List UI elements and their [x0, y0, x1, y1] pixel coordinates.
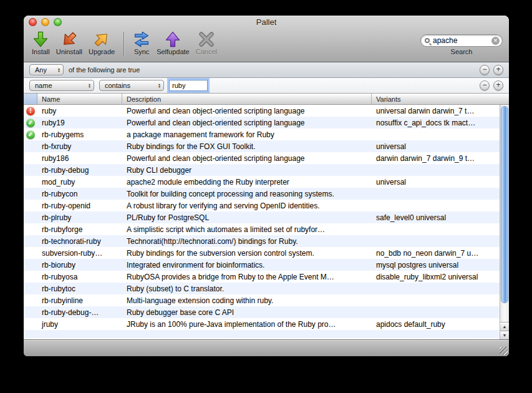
- port-description: Ruby bindings for the subversion version…: [122, 249, 372, 258]
- rule-field-popup[interactable]: name ▲▼: [29, 80, 94, 91]
- table-row[interactable]: rb-rubyforge A simplistic script which a…: [24, 223, 500, 235]
- port-description: JRuby is an 100% pure-Java implementatio…: [122, 320, 372, 329]
- description-column-header[interactable]: Description: [122, 94, 372, 104]
- green-down-arrow-icon: [32, 30, 49, 49]
- table-row[interactable]: rb-ruby-openid A robust library for veri…: [24, 200, 500, 211]
- search-value: apache: [433, 36, 491, 45]
- popup-arrows-icon: ▲▼: [57, 67, 60, 72]
- port-description: Integrated environment for bioinformatic…: [122, 261, 372, 269]
- port-name: rb-fxruby: [37, 142, 122, 151]
- port-name: jruby: [37, 320, 122, 329]
- toolbar: Install Uninstall Upgrade: [24, 29, 509, 62]
- table-row[interactable]: ✓ ruby19 Powerful and clean object-orien…: [24, 117, 500, 129]
- port-description: Powerful and clean object-oriented scrip…: [122, 154, 372, 163]
- table-row[interactable]: mod_ruby apache2 module embedding the Ru…: [24, 176, 500, 188]
- port-name: rb-bioruby: [37, 261, 122, 269]
- gray-x-icon: [198, 30, 215, 49]
- selfupdate-button[interactable]: Selfupdate: [153, 30, 193, 56]
- port-variants: apidocs default_ruby: [372, 320, 500, 329]
- port-name: rb-rubyforge: [37, 225, 122, 234]
- port-name: rb-rubycon: [37, 190, 122, 198]
- table-row[interactable]: subversion-ruby… Ruby bindings for the s…: [24, 247, 500, 259]
- resize-grip-icon[interactable]: [500, 347, 508, 355]
- status-column-header[interactable]: [24, 94, 37, 104]
- port-variants: universal: [372, 178, 500, 187]
- filter-rule-bar: name ▲▼ contains ▲▼ − +: [24, 78, 509, 94]
- status-icon: ✓: [26, 119, 35, 127]
- status-icon: ✓: [26, 130, 35, 139]
- port-description: RubyOSA provides a bridge from Ruby to t…: [122, 273, 372, 281]
- install-label: Install: [32, 48, 50, 56]
- port-description: PL/Ruby for PostgreSQL: [122, 213, 372, 222]
- port-variants: universal darwin darwin_7 t…: [372, 107, 500, 115]
- table-row[interactable]: rb-technorati-ruby Technorati(http://tec…: [24, 235, 500, 247]
- uninstall-button[interactable]: Uninstall: [53, 30, 85, 56]
- table-row[interactable]: rb-plruby PL/Ruby for PostgreSQL safe_le…: [24, 211, 500, 223]
- scrollbar-thumb[interactable]: [501, 106, 508, 303]
- cancel-button[interactable]: Cancel: [193, 30, 220, 56]
- install-button[interactable]: Install: [29, 30, 53, 56]
- port-variants: safe_level0 universal: [372, 213, 500, 222]
- remove-match-rule-button[interactable]: −: [480, 65, 490, 75]
- close-button[interactable]: [29, 18, 37, 26]
- port-description: Powerful and clean object-oriented scrip…: [122, 107, 372, 115]
- search-input[interactable]: apache ✕: [420, 34, 503, 47]
- port-description: Ruby bindings for the FOX GUI Toolkit.: [122, 142, 372, 151]
- port-description: Toolkit for building concept processing …: [122, 190, 372, 198]
- table-row[interactable]: ruby186 Powerful and clean object-orient…: [24, 152, 500, 164]
- filter-match-bar: Any ▲▼ of the following are true − +: [24, 62, 509, 78]
- match-popup[interactable]: Any ▲▼: [29, 64, 64, 75]
- status-icon: !: [26, 107, 35, 115]
- vertical-scrollbar[interactable]: ▲ ▼: [500, 105, 509, 339]
- port-description: A robust library for verifying and servi…: [122, 201, 372, 210]
- window-title: Pallet: [24, 16, 509, 29]
- port-variants: darwin darwin_7 darwin_9 t…: [372, 154, 500, 163]
- add-rule-button[interactable]: +: [493, 80, 503, 90]
- table-row[interactable]: rb-rubyinline Multi-language extension c…: [24, 294, 500, 306]
- name-column-header[interactable]: Name: [37, 94, 122, 104]
- popup-arrows-icon: ▲▼: [158, 83, 161, 88]
- minimize-button[interactable]: [41, 18, 49, 26]
- port-description: Ruby CLI debugger: [122, 166, 372, 175]
- table-row[interactable]: rb-ruby-debug-… Ruby debugger base core …: [24, 306, 500, 318]
- clear-search-icon[interactable]: ✕: [491, 37, 500, 45]
- rule-field-value: name: [35, 82, 83, 89]
- table-row[interactable]: ✓ rb-rubygems a package management frame…: [24, 129, 500, 140]
- desktop-background: Pallet Install Uninstall: [0, 0, 532, 393]
- rule-operator-value: contains: [105, 82, 153, 89]
- port-name: rb-ruby-debug-…: [37, 308, 122, 317]
- add-match-rule-button[interactable]: +: [493, 65, 503, 75]
- title-bar[interactable]: Pallet: [24, 16, 509, 29]
- uninstall-label: Uninstall: [56, 48, 82, 56]
- zoom-button[interactable]: [54, 18, 62, 26]
- rule-value-input[interactable]: [169, 80, 208, 91]
- table-header: Name Description Variants: [24, 94, 509, 105]
- scroll-down-button[interactable]: ▼: [500, 331, 509, 339]
- remove-rule-button[interactable]: −: [480, 80, 490, 90]
- port-name: rb-plruby: [37, 213, 122, 222]
- port-variants: disable_ruby_libxml2 universal: [372, 273, 500, 281]
- upgrade-label: Upgrade: [89, 48, 115, 56]
- port-name: rb-rubyosa: [37, 273, 122, 281]
- port-description: apache2 module embedding the Ruby interp…: [122, 178, 372, 187]
- scroll-up-button[interactable]: ▲: [500, 322, 509, 331]
- variants-column-header[interactable]: Variants: [372, 94, 509, 104]
- table-row[interactable]: [24, 330, 500, 338]
- table-row[interactable]: rb-rubytoc Ruby (subset) to C translator…: [24, 283, 500, 294]
- port-description: a package management framework for Ruby: [122, 130, 372, 139]
- port-name: ruby: [37, 107, 122, 115]
- table-row[interactable]: rb-rubycon Toolkit for building concept …: [24, 188, 500, 200]
- upgrade-button[interactable]: Upgrade: [85, 30, 118, 56]
- rule-operator-popup[interactable]: contains ▲▼: [99, 80, 164, 91]
- table-row[interactable]: ! ruby Powerful and clean object-oriente…: [24, 105, 500, 117]
- port-description: Ruby debugger base core C API: [122, 308, 372, 317]
- pallet-window: Pallet Install Uninstall: [24, 16, 509, 356]
- sync-button[interactable]: Sync: [130, 30, 153, 56]
- port-variants: nosuffix c_api_docs tk mact…: [372, 119, 500, 127]
- table-row[interactable]: rb-bioruby Integrated environment for bi…: [24, 259, 500, 271]
- port-description: Multi-language extension coding within r…: [122, 296, 372, 305]
- table-row[interactable]: rb-fxruby Ruby bindings for the FOX GUI …: [24, 140, 500, 152]
- table-row[interactable]: rb-ruby-debug Ruby CLI debugger: [24, 164, 500, 176]
- table-row[interactable]: jruby JRuby is an 100% pure-Java impleme…: [24, 318, 500, 330]
- table-row[interactable]: rb-rubyosa RubyOSA provides a bridge fro…: [24, 271, 500, 283]
